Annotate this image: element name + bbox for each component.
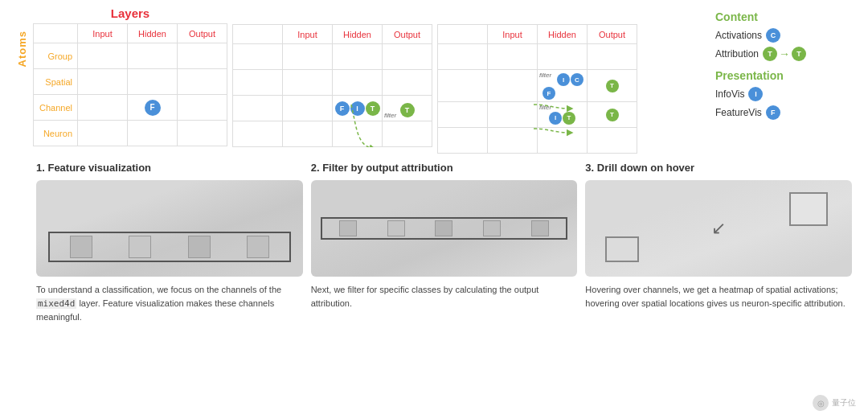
diagram-1-table: Input Hidden Output Group Spatial bbox=[33, 23, 227, 146]
arrow-symbol: → bbox=[779, 47, 790, 60]
badge-I-d3-sp: I bbox=[557, 73, 570, 86]
watermark-text: 量子位 bbox=[832, 397, 856, 409]
col-input-3: Input bbox=[488, 25, 538, 44]
row-channel: Channel bbox=[34, 95, 78, 121]
badge-I-panel: I bbox=[748, 87, 763, 101]
step-3-desc: Hovering over channels, we get a heatmap… bbox=[585, 283, 852, 310]
layers-title: Layers bbox=[111, 6, 149, 20]
diagram-2-table: Input Hidden Output bbox=[232, 24, 432, 147]
featurevis-label: FeatureVis bbox=[715, 107, 762, 118]
right-panel: Content Activations C Attribution T → T … bbox=[715, 6, 852, 154]
attribution-arrow: T → T bbox=[763, 47, 806, 61]
attribution-label: Attribution bbox=[715, 48, 759, 60]
badge-T-to: T bbox=[792, 47, 806, 61]
step-2-desc: Next, we filter for specific classes by … bbox=[311, 283, 578, 310]
step-1: 1. Feature visualization To understand a… bbox=[36, 162, 303, 324]
badge-T-d3-ch-out: T bbox=[606, 109, 619, 121]
badge-T-d3-ch: T bbox=[563, 112, 575, 125]
step-3-number: 3. Drill down on hover bbox=[585, 162, 852, 174]
col-hidden-3: Hidden bbox=[538, 25, 588, 44]
infovis-row: InfoVis I bbox=[715, 87, 852, 101]
step-3-image: ↙ bbox=[585, 180, 852, 277]
col-output-3: Output bbox=[588, 25, 637, 44]
activations-row: Activations C bbox=[715, 28, 852, 43]
diagram-3: Input Hidden Output bbox=[437, 24, 637, 154]
step-2-image bbox=[311, 180, 578, 277]
diagram-2: Input Hidden Output bbox=[232, 24, 432, 147]
col-hidden-1: Hidden bbox=[128, 24, 178, 43]
badge-F-panel: F bbox=[766, 105, 780, 120]
badge-F-d3-sp: F bbox=[542, 87, 555, 100]
badge-C-d3-sp: C bbox=[571, 73, 583, 86]
watermark: ◎ 量子位 bbox=[813, 395, 856, 411]
badge-I-d3-ch: I bbox=[549, 112, 562, 125]
step-3: 3. Drill down on hover ↙ Hovering over c… bbox=[585, 162, 852, 324]
row-neuron: Neuron bbox=[34, 121, 78, 146]
content-title: Content bbox=[715, 10, 852, 23]
step-1-number: 1. Feature visualization bbox=[36, 162, 303, 174]
presentation-title: Presentation bbox=[715, 69, 852, 82]
badge-F-d1: F bbox=[145, 100, 161, 116]
col-input-2: Input bbox=[283, 25, 333, 44]
diagram-1: Layers Input Hidden Output Group bbox=[33, 6, 227, 146]
atoms-label: Atoms bbox=[16, 31, 28, 67]
badge-T-from: T bbox=[763, 47, 777, 61]
infovis-label: InfoVis bbox=[715, 88, 744, 100]
step-2: 2. Filter by output attribution Next, we… bbox=[311, 162, 578, 324]
activations-label: Activations bbox=[715, 30, 762, 41]
badge-T-output-d2: T bbox=[400, 103, 415, 117]
col-output-1: Output bbox=[178, 24, 227, 43]
badge-C-panel: C bbox=[766, 28, 780, 43]
col-hidden-2: Hidden bbox=[333, 25, 383, 44]
badge-T-d2: T bbox=[366, 101, 380, 116]
presentation-section: Presentation InfoVis I FeatureVis F bbox=[715, 69, 852, 120]
row-group: Group bbox=[34, 43, 78, 69]
diagram-3-table: Input Hidden Output bbox=[437, 24, 637, 154]
row-spatial: Spatial bbox=[34, 69, 78, 95]
col-input-1: Input bbox=[78, 24, 128, 43]
step-2-number: 2. Filter by output attribution bbox=[311, 162, 578, 174]
step-1-image bbox=[36, 180, 303, 277]
badge-I-d2: I bbox=[350, 101, 365, 116]
badge-T-d3-sp: T bbox=[606, 80, 619, 92]
attribution-row: Attribution T → T bbox=[715, 47, 852, 61]
featurevis-row: FeatureVis F bbox=[715, 105, 852, 120]
badge-F-d2: F bbox=[335, 101, 350, 116]
step-1-desc-full: To understand a classification, we focus… bbox=[36, 283, 303, 324]
col-output-2: Output bbox=[383, 25, 432, 44]
